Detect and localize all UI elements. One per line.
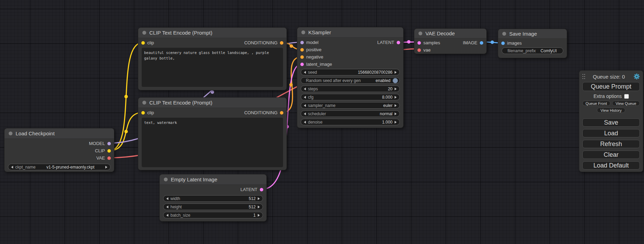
sampler-name-widget[interactable]: sampler_name euler — [301, 102, 400, 109]
node-vae-decode[interactable]: VAE Decode samples IMAGE vae — [414, 28, 487, 54]
view-queue-button[interactable]: View Queue — [612, 101, 640, 106]
load-button[interactable]: Load — [582, 129, 640, 137]
node-clip-text-encode-negative[interactable]: CLIP Text Encode (Prompt) clip CONDITION… — [138, 97, 287, 170]
node-ksampler[interactable]: KSampler model LATENT positive negative … — [297, 27, 404, 128]
node-collapse-dot-icon[interactable] — [142, 31, 146, 35]
widget-decrement-icon[interactable] — [304, 96, 306, 99]
node-title-bar[interactable]: Save Image — [498, 29, 567, 39]
widget-decrement-icon[interactable] — [304, 112, 306, 115]
node-title-bar[interactable]: CLIP Text Encode (Prompt) — [138, 28, 286, 38]
positive-prompt-textarea[interactable]: beautiful scenery nature glass bottle la… — [142, 48, 283, 87]
widget-increment-icon[interactable] — [395, 96, 397, 99]
widget-decrement-icon[interactable] — [166, 197, 168, 200]
widget-decrement-icon[interactable] — [166, 206, 168, 208]
random-seed-widget[interactable]: Random seed after every gen enabled — [301, 77, 400, 84]
latent-output-port[interactable] — [397, 41, 400, 44]
widget-decrement-icon[interactable] — [304, 88, 306, 90]
widget-decrement-icon[interactable] — [304, 71, 306, 74]
load-default-button[interactable]: Load Default — [582, 161, 640, 170]
comfyui-canvas[interactable]: { "app": {"name": "ComfyUI node graph"},… — [0, 0, 644, 244]
io-row-model-latent: model LATENT — [297, 39, 403, 46]
widget-increment-icon[interactable] — [105, 166, 107, 169]
seed-widget[interactable]: seed 156680208700286 — [301, 69, 400, 75]
widget-decrement-icon[interactable] — [304, 104, 306, 107]
save-button[interactable]: Save — [582, 118, 640, 127]
clip-input-port[interactable] — [141, 41, 145, 45]
widget-increment-icon[interactable] — [395, 112, 397, 115]
vae-input-port[interactable] — [417, 48, 421, 52]
clip-input-port[interactable] — [141, 111, 145, 115]
output-label: LATENT — [377, 40, 394, 45]
conditioning-output-port[interactable] — [280, 41, 283, 45]
denoise-widget[interactable]: denoise 1.000 — [301, 119, 400, 125]
widget-increment-icon[interactable] — [395, 88, 397, 90]
queue-prompt-button[interactable]: Queue Prompt — [582, 82, 640, 91]
cfg-widget[interactable]: cfg 8.000 — [301, 94, 400, 100]
node-title-bar[interactable]: Load Checkpoint — [5, 128, 114, 139]
width-widget[interactable]: width 512 — [163, 195, 263, 202]
scheduler-widget[interactable]: scheduler normal — [301, 110, 400, 117]
settings-gear-icon[interactable] — [634, 73, 640, 80]
toggle-on-icon[interactable] — [392, 78, 398, 83]
images-input-port[interactable] — [501, 42, 505, 45]
node-title-bar[interactable]: CLIP Text Encode (Prompt) — [138, 98, 286, 108]
node-collapse-dot-icon[interactable] — [502, 32, 506, 36]
clip-output-port[interactable] — [107, 149, 111, 153]
clear-button[interactable]: Clear — [582, 151, 640, 159]
queue-front-button[interactable]: Queue Front — [582, 101, 610, 106]
widget-increment-icon[interactable] — [395, 121, 397, 124]
drag-handle-icon[interactable] — [582, 74, 585, 79]
latent-output-port[interactable] — [260, 188, 263, 191]
refresh-button[interactable]: Refresh — [582, 140, 640, 148]
link-midpoint-dot — [407, 40, 411, 44]
node-collapse-dot-icon[interactable] — [301, 30, 305, 34]
widget-increment-icon[interactable] — [258, 214, 260, 217]
link-midpoint-dot — [211, 90, 214, 94]
io-row-clip-conditioning: clip CONDITIONING — [138, 39, 286, 46]
node-collapse-dot-icon[interactable] — [164, 178, 168, 181]
samples-input-port[interactable] — [417, 41, 421, 45]
conditioning-output-port[interactable] — [280, 111, 283, 115]
widget-decrement-icon[interactable] — [166, 214, 168, 217]
node-collapse-dot-icon[interactable] — [142, 101, 146, 105]
extra-options-checkbox[interactable] — [624, 94, 629, 99]
input-label: model — [306, 40, 318, 45]
model-output-port[interactable] — [107, 142, 111, 145]
negative-prompt-textarea[interactable]: text, watermark — [142, 118, 283, 167]
node-title-bar[interactable]: Empty Latent Image — [160, 174, 266, 185]
node-clip-text-encode-positive[interactable]: CLIP Text Encode (Prompt) clip CONDITION… — [138, 27, 287, 90]
image-output-port[interactable] — [480, 41, 483, 45]
node-collapse-dot-icon[interactable] — [9, 132, 12, 135]
node-load-checkpoint[interactable]: Load Checkpoint MODEL CLIP VAE ckpt_name… — [4, 128, 114, 172]
link-midpoint-dot — [124, 95, 128, 98]
widget-increment-icon[interactable] — [395, 71, 397, 74]
node-title: VAE Decode — [425, 30, 455, 36]
widget-decrement-icon[interactable] — [304, 121, 306, 124]
output-row-clip: CLIP — [5, 147, 114, 154]
input-label: clip — [147, 110, 154, 115]
model-input-port[interactable] — [300, 41, 304, 44]
batch-size-widget[interactable]: batch_size 1 — [163, 212, 263, 218]
positive-input-port[interactable] — [300, 48, 304, 52]
widget-increment-icon[interactable] — [258, 197, 260, 200]
vae-output-port[interactable] — [107, 156, 111, 160]
ckpt-name-widget[interactable]: ckpt_name v1-5-pruned-emaonly.ckpt — [8, 164, 111, 170]
node-collapse-dot-icon[interactable] — [418, 31, 422, 35]
extra-options-label: Extra options — [593, 93, 622, 99]
output-label: CONDITIONING — [244, 40, 277, 45]
node-title-bar[interactable]: VAE Decode — [414, 29, 486, 38]
view-history-button[interactable]: View History — [597, 108, 625, 113]
node-title-bar[interactable]: KSampler — [297, 27, 403, 38]
widget-increment-icon[interactable] — [258, 206, 260, 208]
node-save-image[interactable]: Save Image images filename_prefix ComfyU… — [498, 29, 567, 58]
height-widget[interactable]: height 512 — [163, 204, 263, 210]
latent-image-input-port[interactable] — [300, 63, 304, 66]
node-empty-latent-image[interactable]: Empty Latent Image LATENT width 512 heig… — [159, 174, 267, 222]
steps-widget[interactable]: steps 20 — [301, 85, 400, 92]
widget-label: steps — [308, 87, 318, 91]
widget-decrement-icon[interactable] — [11, 166, 13, 169]
widget-increment-icon[interactable] — [395, 104, 397, 107]
input-label: vae — [423, 47, 431, 53]
negative-input-port[interactable] — [300, 55, 304, 59]
filename-prefix-widget[interactable]: filename_prefix ComfyUI — [502, 47, 563, 54]
